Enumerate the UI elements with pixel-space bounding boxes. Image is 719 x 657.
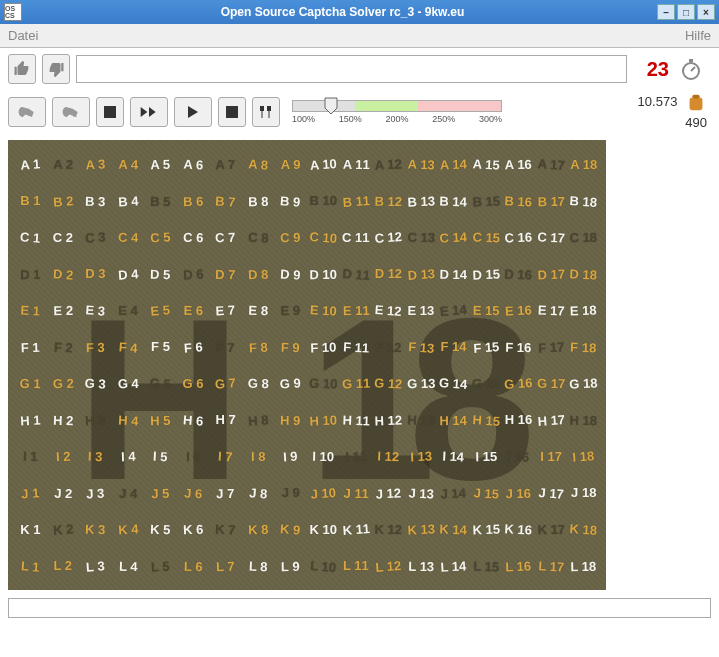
captcha-cell[interactable]: J 7: [209, 474, 242, 511]
captcha-cell[interactable]: A 10: [306, 145, 341, 184]
captcha-cell[interactable]: I 1: [14, 438, 47, 475]
zoom-thumb-icon[interactable]: [323, 97, 339, 115]
captcha-cell[interactable]: B 12: [372, 182, 405, 219]
captcha-cell[interactable]: F 17: [534, 328, 568, 366]
captcha-cell[interactable]: F 14: [437, 329, 470, 366]
captcha-cell[interactable]: A 14: [437, 146, 471, 184]
captcha-cell[interactable]: D 18: [567, 255, 601, 293]
captcha-cell[interactable]: J 12: [371, 474, 405, 512]
captcha-cell[interactable]: L 11: [340, 548, 373, 585]
captcha-cell[interactable]: I 18: [566, 437, 601, 476]
captcha-cell[interactable]: E 7: [208, 291, 242, 329]
captcha-cell[interactable]: L 14: [436, 547, 470, 585]
captcha-cell[interactable]: G 7: [208, 364, 243, 403]
captcha-cell[interactable]: F 15: [469, 328, 504, 367]
fast-forward-button[interactable]: [130, 97, 168, 127]
captcha-cell[interactable]: A 12: [371, 145, 405, 183]
captcha-cell[interactable]: I 3: [78, 438, 112, 476]
captcha-cell[interactable]: A 4: [111, 146, 145, 184]
captcha-cell[interactable]: C 16: [502, 219, 536, 257]
captcha-cell[interactable]: H 5: [144, 401, 177, 438]
captcha-cell[interactable]: C 9: [274, 219, 307, 256]
captcha-cell[interactable]: E 4: [112, 292, 145, 329]
captcha-cell[interactable]: L 12: [371, 547, 406, 586]
captcha-cell[interactable]: C 3: [78, 218, 113, 257]
captcha-cell[interactable]: B 17: [535, 182, 568, 219]
captcha-cell[interactable]: K 2: [45, 510, 80, 549]
captcha-cell[interactable]: G 16: [501, 364, 536, 403]
captcha-cell[interactable]: J 3: [78, 474, 112, 512]
captcha-cell[interactable]: J 14: [437, 474, 471, 512]
captcha-cell[interactable]: A 16: [502, 146, 535, 183]
captcha-cell[interactable]: H 2: [46, 401, 80, 439]
captcha-cell[interactable]: C 18: [567, 219, 600, 256]
captcha-cell[interactable]: B 4: [111, 182, 145, 220]
captcha-cell[interactable]: D 9: [274, 255, 308, 293]
captcha-cell[interactable]: D 2: [45, 255, 80, 294]
close-button[interactable]: ×: [697, 4, 715, 20]
captcha-cell[interactable]: F 5: [144, 329, 177, 366]
captcha-cell[interactable]: F 18: [567, 328, 601, 366]
captcha-cell[interactable]: E 14: [436, 291, 471, 330]
captcha-cell[interactable]: F 3: [79, 328, 112, 365]
captcha-cell[interactable]: H 14: [437, 401, 470, 438]
captcha-cell[interactable]: B 6: [176, 182, 210, 220]
captcha-cell[interactable]: H 1: [13, 401, 47, 439]
jump-forward-button[interactable]: ...: [52, 97, 90, 127]
captcha-cell[interactable]: A 1: [13, 145, 48, 184]
captcha-cell[interactable]: D 3: [79, 256, 112, 293]
captcha-cell[interactable]: K 6: [176, 511, 210, 549]
captcha-cell[interactable]: H 18: [567, 401, 600, 438]
captcha-cell[interactable]: A 17: [534, 145, 569, 184]
captcha-cell[interactable]: E 18: [567, 292, 601, 330]
captcha-cell[interactable]: E 15: [469, 292, 502, 329]
captcha-cell[interactable]: E 1: [13, 291, 47, 329]
captcha-cell[interactable]: C 2: [47, 219, 80, 256]
captcha-cell[interactable]: G 18: [567, 364, 601, 402]
captcha-cell[interactable]: C 10: [306, 218, 341, 257]
captcha-cell[interactable]: D 16: [502, 255, 536, 293]
captcha-cell[interactable]: E 6: [176, 292, 209, 329]
captcha-cell[interactable]: D 5: [144, 255, 177, 292]
captcha-cell[interactable]: G 5: [143, 364, 178, 403]
captcha-cell[interactable]: F 4: [110, 328, 145, 367]
captcha-cell[interactable]: J 8: [241, 474, 276, 513]
jump-back-button[interactable]: [8, 97, 46, 127]
captcha-cell[interactable]: J 9: [274, 475, 307, 512]
captcha-cell[interactable]: J 17: [534, 474, 569, 513]
captcha-cell[interactable]: I 14: [436, 437, 470, 475]
minimize-button[interactable]: –: [657, 4, 675, 20]
captcha-cell[interactable]: G 17: [535, 365, 568, 402]
thumbs-up-button[interactable]: [8, 54, 36, 84]
captcha-cell[interactable]: C 8: [241, 218, 275, 256]
captcha-cell[interactable]: A 2: [46, 146, 79, 183]
captcha-cell[interactable]: L 3: [78, 547, 113, 586]
captcha-cell[interactable]: L 4: [111, 547, 144, 584]
captcha-cell[interactable]: E 17: [534, 292, 568, 330]
captcha-cell[interactable]: L 17: [534, 547, 568, 585]
captcha-cell[interactable]: D 14: [437, 255, 470, 292]
captcha-cell[interactable]: H 10: [306, 401, 340, 439]
captcha-cell[interactable]: I 17: [535, 438, 568, 475]
captcha-cell[interactable]: H 12: [371, 401, 405, 439]
menu-file[interactable]: Datei: [8, 28, 38, 43]
captcha-cell[interactable]: J 18: [567, 475, 600, 512]
captcha-cell[interactable]: D 4: [110, 255, 145, 294]
captcha-cell[interactable]: L 15: [469, 547, 503, 585]
captcha-cell[interactable]: C 14: [436, 218, 470, 256]
captcha-cell[interactable]: A 9: [274, 146, 307, 183]
captcha-cell[interactable]: J 6: [176, 474, 210, 512]
thumbs-down-button[interactable]: [42, 54, 70, 84]
captcha-cell[interactable]: D 17: [534, 255, 568, 293]
captcha-cell[interactable]: J 4: [111, 474, 145, 512]
captcha-cell[interactable]: D 15: [469, 255, 503, 293]
captcha-cell[interactable]: K 10: [307, 511, 340, 548]
captcha-cell[interactable]: A 18: [567, 146, 600, 183]
captcha-cell[interactable]: H 11: [339, 401, 373, 439]
settings-sliders-button[interactable]: [252, 97, 280, 127]
captcha-cell[interactable]: G 15: [470, 365, 503, 402]
captcha-cell[interactable]: F 6: [176, 328, 211, 367]
captcha-cell[interactable]: A 13: [404, 146, 438, 184]
captcha-cell[interactable]: K 15: [469, 511, 503, 549]
captcha-cell[interactable]: J 2: [46, 474, 79, 511]
